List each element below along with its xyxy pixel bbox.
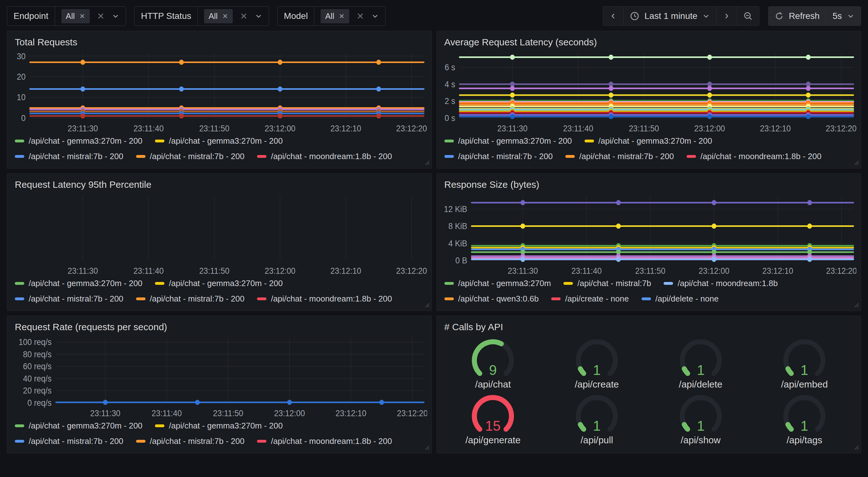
legend-item[interactable]: /api/chat - gemma3:270m - 200 [155, 278, 282, 288]
legend-label: /api/chat - gemma3:270m - 200 [29, 421, 142, 431]
chart-request-rate[interactable]: 0 req/s20 req/s40 req/s60 req/s80 req/s1… [12, 333, 427, 419]
gauge-label: /api/create [575, 379, 619, 390]
panel-title[interactable]: Average Request Latency (seconds) [444, 37, 857, 48]
chevron-down-icon [847, 12, 855, 20]
panel-title[interactable]: # Calls by API [444, 322, 857, 332]
legend-swatch [663, 282, 673, 285]
legend-item[interactable]: /api/chat - mistral:7b - 200 [15, 436, 123, 446]
legend-item[interactable]: /api/chat - gemma3:270m - 200 [444, 136, 572, 146]
filter-model[interactable]: Model All [277, 6, 385, 26]
chart-total-requests[interactable]: 010203023:11:3023:11:4023:11:5023:12:002… [12, 48, 427, 134]
refresh-icon [775, 12, 784, 21]
filter-value-http-status[interactable]: All [198, 7, 269, 26]
filter-clear-icon[interactable] [356, 12, 364, 20]
resize-handle[interactable] [424, 301, 430, 309]
svg-text:23:12:20: 23:12:20 [826, 266, 856, 276]
resize-handle[interactable] [424, 159, 430, 167]
resize-handle[interactable] [853, 444, 859, 451]
legend-item[interactable]: /api/chat - qwen3:0.6b [444, 294, 539, 304]
legend-item[interactable]: /api/chat - gemma3:270m - 200 [15, 278, 142, 288]
legend-item[interactable]: /api/chat - gemma3:270m - 200 [585, 136, 712, 146]
panel-response-size: Response Size (bytes) 0 B4 KiB8 KiB12 Ki… [436, 173, 861, 311]
gauge-label: /api/delete [679, 379, 722, 390]
legend-item[interactable]: /api/chat - gemma3:270m - 200 [15, 136, 142, 146]
legend-label: /api/chat - mistral:7b - 200 [29, 436, 123, 446]
legend-item[interactable]: /api/chat - moondream:1.8b - 200 [687, 152, 822, 161]
panel-title[interactable]: Request Latency 95th Percentile [15, 179, 427, 190]
legend-label: /api/chat - mistral:7b - 200 [150, 436, 245, 446]
legend-item[interactable]: /api/chat - moondream:1.8b - 200 [257, 152, 392, 161]
legend-item[interactable]: /api/chat - mistral:7b - 200 [136, 436, 245, 446]
filter-http-status[interactable]: HTTP Status All [134, 6, 269, 26]
legend-item[interactable]: /api/delete - none [642, 294, 719, 304]
legend-item[interactable]: /api/chat - gemma3:270m - 200 [15, 421, 142, 431]
filter-clear-icon[interactable] [97, 12, 105, 20]
time-range-picker[interactable]: Last 1 minute [624, 7, 716, 26]
filter-bar: Endpoint All HTTP Status All [7, 6, 385, 26]
legend-item[interactable]: /api/chat - moondream:1.8b - 200 [257, 436, 392, 446]
chart-response-size[interactable]: 0 B4 KiB8 KiB12 KiB23:11:3023:11:4023:11… [441, 190, 857, 277]
legend-item[interactable]: /api/chat - mistral:7b - 200 [15, 152, 123, 161]
legend-item[interactable]: /api/chat - mistral:7b - 200 [15, 294, 123, 304]
legend-item[interactable]: /api/create - none [551, 294, 629, 304]
legend-item[interactable]: /api/chat - mistral:7b [563, 278, 651, 288]
legend-item[interactable]: /api/chat - gemma3:270m - 200 [155, 421, 282, 431]
legend-label: /api/chat - gemma3:270m - 200 [458, 136, 572, 146]
refresh-group: Refresh 5s [768, 6, 861, 26]
filter-value-endpoint[interactable]: All [55, 7, 126, 26]
time-shift-forward-button[interactable] [716, 7, 737, 26]
panel-calls-by-api: # Calls by API 9/api/chat1/api/create1/a… [436, 316, 861, 453]
legend-item[interactable]: /api/chat - gemma3:270m [444, 278, 551, 288]
chart-average-request-latency[interactable]: 0 s2 s4 s6 s23:11:3023:11:4023:11:5023:1… [441, 48, 857, 134]
filter-value-model[interactable]: All [314, 7, 385, 26]
filter-chip[interactable]: All [61, 9, 90, 23]
filter-clear-icon[interactable] [240, 12, 248, 20]
dashboard-toolbar: Endpoint All HTTP Status All [0, 0, 868, 31]
svg-text:23:11:50: 23:11:50 [629, 123, 659, 133]
chevron-down-icon[interactable] [371, 12, 379, 20]
chip-remove-icon[interactable] [222, 13, 228, 19]
legend-item[interactable]: /api/chat - mistral:7b - 200 [565, 152, 674, 161]
time-shift-back-button[interactable] [603, 7, 624, 26]
panel-title[interactable]: Request Rate (requests per second) [15, 322, 427, 332]
filter-endpoint[interactable]: Endpoint All [7, 6, 126, 26]
svg-text:0: 0 [21, 113, 26, 123]
legend: /api/chat - gemma3:270m - 200/api/chat -… [12, 419, 427, 450]
resize-handle[interactable] [853, 301, 859, 309]
time-range-label: Last 1 minute [644, 11, 697, 21]
chevron-down-icon[interactable] [112, 12, 119, 20]
svg-text:23:11:30: 23:11:30 [68, 123, 98, 133]
panel-title[interactable]: Response Size (bytes) [444, 179, 857, 190]
panel-title[interactable]: Total Requests [15, 37, 427, 48]
svg-text:1: 1 [801, 363, 808, 378]
legend-label: /api/chat - gemma3:270m - 200 [169, 136, 282, 146]
refresh-button[interactable]: Refresh [769, 7, 826, 26]
zoom-out-button[interactable] [737, 7, 759, 26]
legend-item[interactable]: /api/chat - gemma3:270m - 200 [155, 136, 282, 146]
chevron-down-icon[interactable] [255, 12, 262, 20]
svg-text:1: 1 [697, 363, 705, 378]
resize-handle[interactable] [424, 444, 430, 451]
legend-item[interactable]: /api/chat - mistral:7b - 200 [136, 152, 245, 161]
svg-text:23:11:30: 23:11:30 [507, 266, 538, 276]
gauge-/api/tags: 1/api/tags [777, 394, 832, 446]
resize-handle[interactable] [853, 159, 859, 167]
chip-remove-icon[interactable] [339, 13, 345, 19]
chart-request-latency-95th-percentile[interactable]: 23:11:3023:11:4023:11:5023:12:0023:12:10… [12, 190, 427, 277]
svg-text:23:12:20: 23:12:20 [396, 123, 427, 133]
legend-item[interactable]: /api/chat - moondream:1.8b - 200 [257, 294, 392, 304]
filter-chip[interactable]: All [321, 9, 349, 23]
legend-swatch [687, 155, 696, 158]
legend-swatch [155, 140, 164, 142]
legend-item[interactable]: /api/chat - moondream:1.8b [663, 278, 778, 288]
legend-item[interactable]: /api/chat - mistral:7b - 200 [444, 152, 553, 161]
chevron-down-icon [702, 12, 710, 20]
legend-item[interactable]: /api/chat - mistral:7b - 200 [136, 294, 245, 304]
filter-chip[interactable]: All [204, 9, 233, 23]
gauge-label: /api/generate [465, 435, 521, 446]
chip-remove-icon[interactable] [79, 13, 85, 19]
svg-text:23:11:40: 23:11:40 [571, 266, 601, 276]
legend: /api/chat - gemma3:270m - 200/api/chat -… [441, 134, 857, 165]
legend-label: /api/chat - mistral:7b - 200 [29, 294, 123, 304]
refresh-interval-picker[interactable]: 5s [826, 7, 861, 26]
